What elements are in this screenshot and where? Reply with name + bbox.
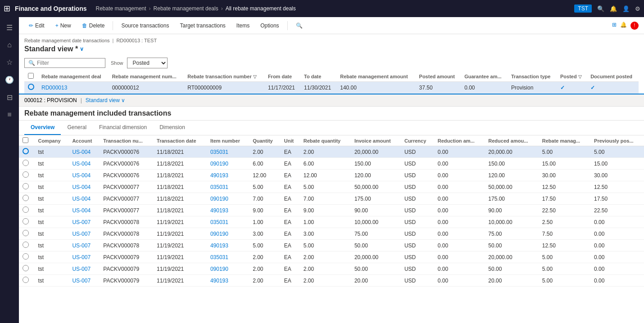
item-link[interactable]: 035031 bbox=[210, 219, 228, 225]
table-row[interactable]: RD000013 000000012 RT000000009 11/17/202… bbox=[24, 82, 639, 94]
item-link[interactable]: 035031 bbox=[210, 149, 228, 155]
table-row[interactable]: tst US-004 PACKV000076 11/18/2021 490193… bbox=[19, 170, 644, 181]
rebate-deal-link[interactable]: RD000013 bbox=[41, 85, 67, 91]
row-select-cell[interactable] bbox=[19, 275, 34, 287]
account-link[interactable]: US-004 bbox=[72, 161, 91, 167]
item-link[interactable]: 090190 bbox=[210, 196, 228, 202]
home-icon[interactable]: ⌂ bbox=[5, 38, 14, 52]
workspaces-icon[interactable]: ⊟ bbox=[4, 90, 15, 104]
new-button[interactable]: + New bbox=[51, 21, 76, 31]
cell-currency: USD bbox=[401, 275, 434, 287]
filter-input[interactable] bbox=[37, 60, 100, 66]
row-select-cell[interactable] bbox=[19, 228, 34, 240]
cell-tx-date: 11/19/2021 bbox=[153, 240, 207, 251]
select-all-header[interactable] bbox=[24, 71, 38, 82]
account-link[interactable]: US-004 bbox=[72, 207, 91, 214]
row-select-cell[interactable] bbox=[19, 205, 34, 216]
item-link[interactable]: 490193 bbox=[210, 278, 228, 284]
table-row[interactable]: tst US-004 PACKV000076 11/18/2021 035031… bbox=[19, 146, 644, 158]
cell-rebate-manag: 7.50 bbox=[539, 228, 590, 240]
show-select[interactable]: Posted All Unposted bbox=[127, 58, 168, 68]
row-select-cell[interactable] bbox=[19, 193, 34, 205]
col-select[interactable] bbox=[19, 135, 34, 146]
edit-button[interactable]: ✏ Edit bbox=[24, 21, 49, 31]
account-link[interactable]: US-004 bbox=[72, 196, 91, 202]
row-select-cell[interactable] bbox=[19, 251, 34, 263]
row-radio bbox=[23, 230, 29, 236]
account-link[interactable]: US-007 bbox=[72, 266, 91, 272]
source-transactions-button[interactable]: Source transactions bbox=[117, 21, 173, 31]
item-link[interactable]: 090190 bbox=[210, 266, 228, 272]
cell-invoice-amt: 20,000.00 bbox=[351, 146, 401, 158]
item-link[interactable]: 490193 bbox=[210, 172, 228, 179]
cell-unit: EA bbox=[281, 251, 300, 263]
delete-button[interactable]: 🗑 Delete bbox=[77, 21, 109, 31]
cell-reduced-amo: 20,000.00 bbox=[485, 251, 539, 263]
toolbar-search-button[interactable]: 🔍 bbox=[291, 21, 307, 31]
col-rebate-tx-num: Rebate transaction number ▽ bbox=[184, 71, 264, 82]
table-row[interactable]: tst US-007 PACKV000078 11/19/2021 490193… bbox=[19, 240, 644, 251]
table-row[interactable]: tst US-004 PACKV000076 11/18/2021 090190… bbox=[19, 158, 644, 170]
view-selector[interactable]: Standard view * ∨ bbox=[24, 45, 639, 53]
hamburger-icon[interactable]: ☰ bbox=[4, 21, 15, 35]
item-link[interactable]: 490193 bbox=[210, 242, 228, 249]
row-select-cell[interactable] bbox=[19, 240, 34, 251]
table-row[interactable]: tst US-007 PACKV000079 11/19/2021 490193… bbox=[19, 275, 644, 287]
tab-financial-dimension[interactable]: Financial dimension bbox=[93, 121, 153, 135]
tab-overview[interactable]: Overview bbox=[24, 121, 61, 135]
row-select-cell[interactable] bbox=[24, 82, 38, 94]
table-row[interactable]: tst US-004 PACKV000077 11/18/2021 035031… bbox=[19, 181, 644, 193]
row-select-cell[interactable] bbox=[19, 170, 34, 181]
lower-select-all[interactable] bbox=[23, 137, 28, 143]
section-view-selector[interactable]: Standard view ∨ bbox=[86, 97, 125, 103]
user-icon[interactable]: 👤 bbox=[622, 5, 630, 12]
alerts-icon[interactable]: 🔔 bbox=[620, 22, 627, 30]
account-link[interactable]: US-007 bbox=[72, 278, 91, 284]
row-select-cell[interactable] bbox=[19, 181, 34, 193]
select-all-checkbox[interactable] bbox=[28, 73, 34, 79]
items-button[interactable]: Items bbox=[232, 21, 254, 31]
row-select-cell[interactable] bbox=[19, 216, 34, 228]
search-nav-icon[interactable]: 🔍 bbox=[597, 5, 604, 12]
account-link[interactable]: US-004 bbox=[72, 184, 91, 190]
account-link[interactable]: US-007 bbox=[72, 219, 91, 225]
row-select-cell[interactable] bbox=[19, 263, 34, 275]
item-link[interactable]: 090190 bbox=[210, 231, 228, 237]
item-link[interactable]: 490193 bbox=[210, 207, 228, 214]
table-row[interactable]: tst US-007 PACKV000078 11/19/2021 090190… bbox=[19, 228, 644, 240]
table-row[interactable]: tst US-007 PACKV000079 11/19/2021 035031… bbox=[19, 251, 644, 263]
table-row[interactable]: tst US-004 PACKV000077 11/18/2021 090190… bbox=[19, 193, 644, 205]
toolbar-separator-1 bbox=[113, 21, 113, 30]
table-row[interactable]: tst US-004 PACKV000077 11/18/2021 490193… bbox=[19, 205, 644, 216]
item-link[interactable]: 035031 bbox=[210, 254, 228, 260]
account-link[interactable]: US-007 bbox=[72, 231, 91, 237]
settings-icon[interactable]: ⚙ bbox=[635, 5, 640, 12]
row-radio bbox=[23, 242, 29, 248]
filter-input-container[interactable]: 🔍 bbox=[24, 58, 105, 68]
breadcrumb-item-2[interactable]: Rebate management deals bbox=[154, 5, 218, 12]
row-select-cell[interactable] bbox=[19, 146, 34, 158]
breadcrumb-item-1[interactable]: Rebate management bbox=[95, 5, 146, 12]
tab-dimension[interactable]: Dimension bbox=[153, 121, 191, 135]
options-button[interactable]: Options bbox=[256, 21, 283, 31]
row-select-cell[interactable] bbox=[19, 158, 34, 170]
item-link[interactable]: 035031 bbox=[210, 184, 228, 190]
target-transactions-button[interactable]: Target transactions bbox=[175, 21, 230, 31]
cell-tx-num: PACKV000076 bbox=[100, 170, 153, 181]
apps-icon[interactable]: ⊞ bbox=[4, 4, 10, 13]
account-link[interactable]: US-004 bbox=[72, 172, 91, 179]
table-row[interactable]: tst US-007 PACKV000079 11/19/2021 090190… bbox=[19, 263, 644, 275]
account-link[interactable]: US-007 bbox=[72, 242, 91, 249]
grid-view-icon[interactable]: ⊞ bbox=[612, 22, 617, 30]
account-link[interactable]: US-004 bbox=[72, 149, 91, 155]
favorites-icon[interactable]: ☆ bbox=[4, 55, 15, 69]
modules-icon[interactable]: ≡ bbox=[5, 108, 14, 121]
account-link[interactable]: US-007 bbox=[72, 254, 91, 260]
breadcrumb-item-3[interactable]: All rebate management deals bbox=[226, 5, 296, 12]
tab-general[interactable]: General bbox=[61, 121, 93, 135]
item-link[interactable]: 090190 bbox=[210, 161, 228, 167]
user-action-icon[interactable]: ! bbox=[630, 22, 639, 30]
notifications-icon[interactable]: 🔔 bbox=[610, 5, 617, 12]
recent-icon[interactable]: 🕐 bbox=[2, 73, 17, 87]
table-row[interactable]: tst US-007 PACKV000078 11/19/2021 035031… bbox=[19, 216, 644, 228]
